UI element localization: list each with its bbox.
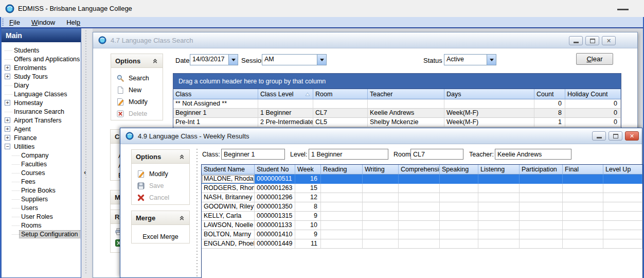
sidebar-item-fees[interactable]: Fees [2, 177, 81, 186]
clear-button[interactable]: Clear [576, 53, 613, 65]
dropdown-arrow-icon[interactable] [487, 55, 496, 65]
tree-connector [12, 164, 20, 165]
column-header-holiday-count[interactable]: Holiday Count [565, 89, 621, 99]
minimize-button[interactable] [592, 131, 606, 141]
column-header-listenng[interactable]: Listenng [478, 165, 520, 175]
column-header-participation[interactable]: Participation [520, 165, 563, 175]
cell: ** Not Assigned ** [173, 99, 258, 109]
sidebar-item-suppliers[interactable]: Suppliers [2, 195, 81, 203]
sidebar-item-user-roles[interactable]: User Roles [2, 212, 81, 221]
student-row[interactable]: LAWSON, Noelle000000113310 [202, 221, 642, 230]
expand-box-icon[interactable]: + [5, 126, 10, 132]
minimize-button[interactable] [569, 36, 583, 45]
column-header-days[interactable]: Days [444, 89, 534, 99]
chevron-double-up-icon[interactable] [178, 215, 185, 221]
sidebar-item-language-classes[interactable]: Language Classes [2, 90, 81, 98]
modify-button[interactable]: Modify [111, 96, 163, 108]
close-button[interactable]: ✕ [625, 131, 639, 141]
class-input[interactable] [221, 149, 285, 160]
expand-box-icon[interactable]: + [5, 117, 10, 123]
sidebar-item-users[interactable]: Users [2, 203, 81, 212]
sidebar-item-offers-and-applications[interactable]: Offers and Applications [2, 55, 81, 63]
sidebar-item-company[interactable]: Company [2, 151, 81, 160]
search-icon [116, 74, 125, 82]
sidebar-splitter[interactable]: ‹ [81, 28, 93, 278]
menu-file[interactable]: File [4, 18, 26, 27]
student-row[interactable]: ENGLAND, Phoebe000000144911 [202, 239, 642, 249]
sidebar-item-faculties[interactable]: Faculties [2, 160, 81, 168]
level-input[interactable] [309, 149, 388, 160]
date-dropdown[interactable]: 14/03/2017 [190, 54, 238, 65]
sidebar-item-diary[interactable]: Diary [2, 81, 81, 90]
sidebar-item-study-tours[interactable]: +Study Tours [2, 72, 81, 81]
column-header-final[interactable]: Final [563, 165, 603, 175]
app-titlebar[interactable]: EDMISS - Brisbane Language College [0, 0, 644, 17]
sidebar-item-insurance-search[interactable]: Insurance Search [2, 107, 81, 116]
expand-box-icon[interactable]: + [5, 74, 10, 79]
close-icon: ✕ [630, 133, 634, 139]
column-header-class[interactable]: Class [173, 89, 258, 99]
student-row[interactable]: GOODWIN, Riley00000013508 [202, 202, 642, 212]
expand-box-icon[interactable]: + [5, 135, 10, 141]
sidebar-item-students[interactable]: Students [2, 46, 81, 55]
student-row[interactable]: MALONE, Rhoda000000051116 [202, 175, 642, 184]
student-row[interactable]: BOLTON, Marny00000014109 [202, 230, 642, 239]
student-row[interactable]: KELLY, Carla00000013159 [202, 212, 642, 221]
sidebar-item-homestay[interactable]: +Homestay [2, 98, 81, 107]
column-header-room[interactable]: Room [313, 89, 368, 99]
modify-button[interactable]: Modify [132, 168, 189, 180]
chevron-double-up-icon[interactable] [152, 58, 158, 64]
column-header-count[interactable]: Count [534, 89, 565, 99]
collapse-box-icon[interactable]: − [5, 144, 10, 149]
app-minimize-button[interactable] [617, 9, 629, 10]
session-dropdown[interactable]: AM [262, 54, 327, 65]
search-button[interactable]: Search [111, 72, 163, 84]
column-header-student-name[interactable]: Student Name [202, 165, 255, 175]
sidebar-item-courses[interactable]: Courses [2, 168, 81, 177]
class-row[interactable]: Pre-Int 12 Pre-IntermediateCL5Shelby Mck… [173, 118, 621, 127]
dropdown-arrow-icon[interactable] [228, 55, 238, 65]
column-header-speaking[interactable]: Speaking [440, 165, 478, 175]
sidebar-item-airport-transfers[interactable]: +Airport Transfers [2, 116, 81, 125]
room-input[interactable] [410, 149, 463, 160]
restore-button[interactable] [609, 131, 622, 141]
expand-box-icon[interactable]: + [5, 100, 10, 106]
column-header-week[interactable]: Week [295, 165, 321, 175]
sidebar-item-label: Language Classes [12, 91, 69, 98]
restore-button[interactable] [585, 36, 599, 45]
class-detail-fields: Class:Level:Room:Teacher: [120, 149, 642, 161]
sidebar-item-utilities[interactable]: −Utilities [2, 142, 81, 151]
sidebar-item-agent[interactable]: +Agent [2, 125, 81, 133]
column-header-comprehension[interactable]: Comprehension [399, 165, 440, 175]
class-row[interactable]: Beginner 11 BeginnerCL7Keelie AndrewsWee… [173, 109, 621, 118]
student-row[interactable]: NASH, Britanney000000129612 [202, 193, 642, 202]
column-header-reading[interactable]: Reading [321, 165, 363, 175]
teacher-input[interactable] [495, 149, 571, 160]
collapse-arrow-icon[interactable]: ‹ [84, 168, 86, 176]
column-header-level-up[interactable]: Level Up [603, 165, 642, 175]
menu-window[interactable]: Window [26, 18, 61, 27]
results-window-titlebar[interactable]: 4.9 Language Class - Weekly Results ✕ [120, 128, 642, 144]
sidebar-item-rooms[interactable]: Rooms [2, 221, 81, 230]
new-button[interactable]: New [111, 84, 163, 96]
dropdown-arrow-icon[interactable] [317, 55, 326, 65]
column-header-class-level[interactable]: Class Level [258, 89, 313, 99]
menu-help[interactable]: Help [61, 18, 86, 27]
column-header-student-no[interactable]: Student No [255, 165, 295, 175]
panel-splitter[interactable] [195, 149, 199, 278]
sidebar-item-enrolments[interactable]: +Enrolments [2, 63, 81, 72]
sidebar-item-finance[interactable]: +Finance [2, 133, 81, 142]
expand-box-icon[interactable]: + [5, 65, 10, 71]
sidebar-item-setup-configuration[interactable]: Setup Configuration [2, 230, 81, 238]
sidebar-item-price-books[interactable]: Price Books [2, 186, 81, 195]
student-row[interactable]: RODGERS, Rhona000000126315 [202, 184, 642, 193]
class-row[interactable]: ** Not Assigned **00 [173, 99, 621, 109]
search-window-titlebar[interactable]: 4.7 Language Class Search ✕ [93, 32, 637, 48]
column-header-teacher[interactable]: Teacher [368, 89, 444, 99]
close-button[interactable]: ✕ [602, 36, 616, 45]
excel-merge-button[interactable]: Excel Merge [132, 229, 189, 245]
cell [440, 221, 478, 230]
status-dropdown[interactable]: Active [444, 54, 496, 65]
column-header-writing[interactable]: Writing [363, 165, 399, 175]
cancel-button: Cancel [132, 192, 189, 203]
